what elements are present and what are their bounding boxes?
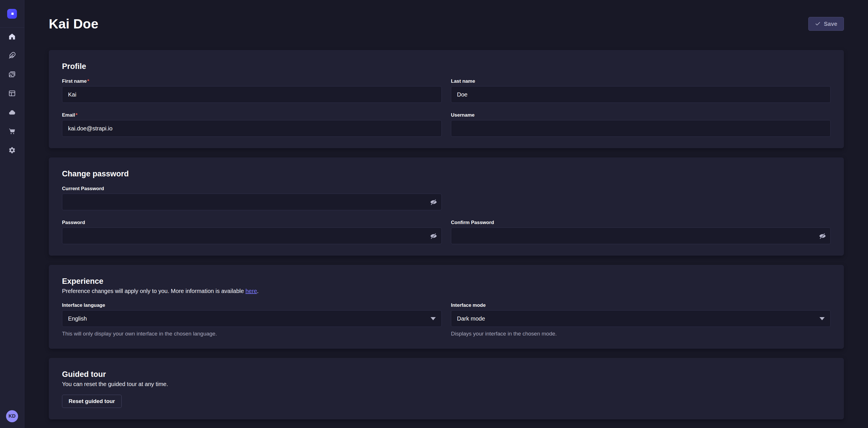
chevron-down-icon [431, 317, 436, 320]
confirm-password-label: Confirm Password [451, 220, 831, 226]
cart-icon [8, 127, 16, 135]
sidebar-nav [8, 28, 16, 410]
gear-icon [8, 146, 16, 154]
layout-icon [8, 90, 16, 97]
home-icon [8, 33, 16, 40]
images-icon [8, 71, 16, 78]
toggle-confirm-password-visibility-button[interactable] [818, 231, 827, 240]
confirm-password-input[interactable] [451, 228, 831, 244]
interface-mode-value: Dark mode [457, 315, 485, 322]
new-password-field-group: Password [62, 220, 442, 244]
first-name-label: First name* [62, 78, 442, 84]
new-password-input[interactable] [62, 228, 442, 244]
change-password-title: Change password [62, 169, 831, 179]
guided-tour-description: You can reset the guided tour at any tim… [62, 380, 831, 388]
username-label: Username [451, 112, 831, 118]
profile-section: Profile First name* Last name Email* Use… [49, 50, 844, 148]
email-label: Email* [62, 112, 442, 118]
current-password-field-group: Current Password [62, 186, 442, 210]
last-name-label: Last name [451, 78, 831, 84]
strapi-mark-icon [9, 11, 14, 17]
interface-language-value: English [68, 315, 87, 322]
page-header: Kai Doe Save [49, 17, 844, 31]
first-name-input[interactable] [62, 86, 442, 103]
chevron-down-icon [819, 317, 825, 320]
email-field-group: Email* [62, 112, 442, 137]
sidebar-item-content-manager[interactable] [8, 52, 16, 59]
sidebar-item-home[interactable] [8, 33, 16, 40]
sidebar-logo-area [0, 0, 24, 28]
experience-description: Preference changes will apply only to yo… [62, 287, 831, 295]
current-password-input[interactable] [62, 194, 442, 210]
current-password-label: Current Password [62, 186, 442, 192]
last-name-field-group: Last name [451, 78, 831, 103]
reset-guided-tour-button[interactable]: Reset guided tour [62, 395, 122, 408]
eye-off-icon [430, 232, 437, 240]
experience-section: Experience Preference changes will apply… [49, 265, 844, 349]
feather-icon [8, 52, 16, 59]
save-button[interactable]: Save [808, 17, 844, 31]
toggle-new-password-visibility-button[interactable] [429, 231, 438, 240]
experience-title: Experience [62, 276, 831, 286]
new-password-label: Password [62, 220, 442, 226]
eye-off-icon [818, 232, 826, 240]
eye-off-icon [430, 198, 437, 206]
guided-tour-section: Guided tour You can reset the guided tou… [49, 358, 844, 419]
interface-mode-hint: Displays your interface in the chosen mo… [451, 330, 831, 337]
username-field-group: Username [451, 112, 831, 137]
password-grid: Current Password Password [62, 186, 831, 244]
email-input[interactable] [62, 120, 442, 137]
cloud-icon [8, 109, 16, 116]
required-asterisk: * [75, 112, 78, 118]
sidebar-item-cloud[interactable] [8, 109, 16, 116]
interface-mode-field-group: Interface mode Dark mode Displays your i… [451, 302, 831, 337]
sidebar-item-settings[interactable] [8, 146, 16, 154]
interface-language-select[interactable]: English [62, 310, 442, 327]
sidebar: KD [0, 0, 24, 428]
first-name-field-group: First name* [62, 78, 442, 103]
username-input[interactable] [451, 120, 831, 137]
avatar[interactable]: KD [6, 410, 18, 422]
interface-language-hint: This will only display your own interfac… [62, 330, 442, 337]
sidebar-footer: KD [6, 410, 18, 428]
interface-mode-select[interactable]: Dark mode [451, 310, 831, 327]
profile-grid: First name* Last name Email* Username [62, 78, 831, 137]
more-information-link[interactable]: here [245, 288, 257, 294]
sidebar-item-media-library[interactable] [8, 71, 16, 78]
required-asterisk: * [87, 79, 89, 84]
interface-language-field-group: Interface language English This will onl… [62, 302, 442, 337]
strapi-logo[interactable] [7, 9, 17, 19]
save-button-label: Save [824, 21, 837, 27]
main-content: Kai Doe Save Profile First name* Last na… [24, 0, 868, 428]
change-password-section: Change password Current Password [49, 158, 844, 256]
page-title: Kai Doe [49, 16, 98, 32]
interface-language-label: Interface language [62, 302, 442, 309]
check-icon [815, 21, 820, 27]
sidebar-item-content-type-builder[interactable] [8, 90, 16, 97]
guided-tour-title: Guided tour [62, 369, 831, 379]
interface-mode-label: Interface mode [451, 302, 831, 309]
toggle-current-password-visibility-button[interactable] [429, 198, 438, 206]
profile-section-title: Profile [62, 61, 831, 71]
experience-grid: Interface language English This will onl… [62, 302, 831, 337]
last-name-input[interactable] [451, 86, 831, 103]
confirm-password-field-group: Confirm Password [451, 220, 831, 244]
sidebar-item-marketplace[interactable] [8, 127, 16, 135]
